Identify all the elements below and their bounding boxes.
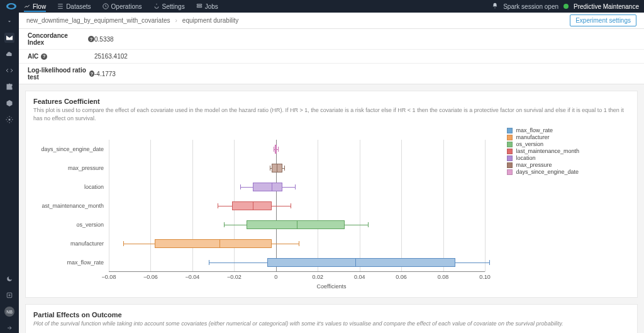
panel-description: Plot of the survival function while taki… (33, 320, 630, 328)
box-location (109, 183, 485, 191)
nav-operations[interactable]: Operations (103, 3, 142, 10)
svg-point-1 (8, 4, 14, 8)
metric-row: AIC ?25163.4102 (19, 50, 644, 64)
add-icon[interactable] (4, 290, 14, 300)
chevron-right-icon: › (175, 17, 177, 24)
nav-datasets[interactable]: Datasets (57, 3, 91, 10)
y-tick-label: ast_maintenance_month (37, 203, 106, 209)
x-tick-label: −0.06 (143, 274, 158, 280)
metric-value: 25163.4102 (94, 53, 128, 60)
top-nav: FlowDatasetsOperationsSettingsJobs Spark… (0, 0, 644, 13)
experiment-settings-button[interactable]: Experiment settings (570, 14, 636, 26)
y-tick-label: days_since_engine_date (37, 146, 106, 152)
box-max_pressure (109, 164, 485, 172)
features-coefficient-panel: Features Coefficient This plot is used t… (25, 91, 638, 298)
nav-flow[interactable]: Flow (24, 3, 46, 12)
breadcrumb-bar: new_downtime_lag_by_equipment_with_covar… (19, 13, 644, 29)
user-avatar[interactable]: NB (4, 307, 14, 317)
top-menu: FlowDatasetsOperationsSettingsJobs (24, 3, 218, 10)
session-status: Spark session open (503, 3, 558, 10)
y-tick-label: os_version (37, 222, 106, 228)
x-tick-label: 0.04 (354, 274, 365, 280)
y-tick-label: max_flow_rate (37, 259, 106, 266)
box-manufacturer (109, 239, 485, 248)
arrow-right-icon[interactable] (4, 323, 14, 333)
x-axis-label: Coefficients (317, 283, 347, 290)
chevron-down-icon[interactable] (4, 16, 14, 26)
svg-point-2 (9, 119, 11, 121)
gear-icon[interactable] (4, 115, 14, 125)
metric-label: AIC ? (28, 53, 94, 60)
puzzle-icon[interactable] (4, 82, 14, 92)
x-tick-label: 0.02 (312, 274, 323, 280)
cube-icon[interactable] (4, 98, 14, 108)
plot-area (109, 140, 485, 272)
panel-title: Features Coefficient (33, 98, 630, 105)
box-max_flow_rate (109, 258, 485, 267)
metric-label: Concordance Index ? (28, 32, 94, 46)
nav-settings[interactable]: Settings (153, 3, 185, 10)
main-content: new_downtime_lag_by_equipment_with_covar… (19, 13, 644, 333)
cloud-upload-icon[interactable] (4, 49, 14, 59)
y-tick-label: manufacturer (37, 240, 106, 247)
moon-icon[interactable] (4, 274, 14, 284)
partial-effects-panel: Partial Effects on Outcome Plot of the s… (25, 304, 638, 333)
info-icon[interactable]: ? (89, 71, 94, 77)
metric-value: 0.5338 (94, 36, 114, 43)
x-tick-label: 0 (274, 274, 277, 280)
bell-icon[interactable] (492, 3, 498, 10)
metrics-block: Concordance Index ?0.5338AIC ?25163.4102… (19, 29, 644, 84)
y-tick-label: location (37, 184, 106, 190)
x-tick-label: −0.04 (185, 274, 199, 280)
breadcrumb-current: equipment durability (182, 17, 239, 24)
box-ast_maintenance_month (109, 201, 485, 210)
breadcrumb-parent[interactable]: new_downtime_lag_by_equipment_with_covar… (26, 17, 170, 24)
metric-value: -4.1773 (94, 71, 116, 77)
project-name[interactable]: Predictive Maintenance (574, 3, 639, 10)
x-tick-label: 0.08 (438, 274, 449, 280)
features-coefficient-chart: max_flow_ratemanufactureros_versionlast_… (33, 127, 630, 291)
code-icon[interactable] (4, 65, 14, 76)
metric-label: Log-likelihood ratio test ? (28, 67, 94, 81)
left-sidebar: NB (0, 13, 19, 333)
x-tick-label: 0.10 (479, 274, 491, 280)
app-logo[interactable] (5, 2, 18, 11)
nav-jobs[interactable]: Jobs (196, 3, 218, 10)
mail-icon[interactable] (4, 33, 14, 43)
panel-title: Partial Effects on Outcome (33, 311, 630, 319)
status-dot-icon (564, 4, 569, 9)
x-tick-label: 0.06 (396, 274, 407, 280)
info-icon[interactable]: ? (88, 36, 94, 42)
metric-row: Log-likelihood ratio test ?-4.1773 (19, 64, 644, 84)
breadcrumb: new_downtime_lag_by_equipment_with_covar… (26, 17, 238, 24)
box-days_since_engine_date (109, 145, 485, 154)
y-tick-label: max_pressure (37, 165, 106, 171)
info-icon[interactable]: ? (41, 54, 47, 60)
box-os_version (109, 220, 485, 229)
x-tick-label: −0.02 (227, 274, 242, 280)
metric-row: Concordance Index ?0.5338 (19, 29, 644, 50)
panel-description: This plot is used to compare the effect … (33, 106, 630, 122)
x-tick-label: −0.08 (102, 274, 116, 280)
